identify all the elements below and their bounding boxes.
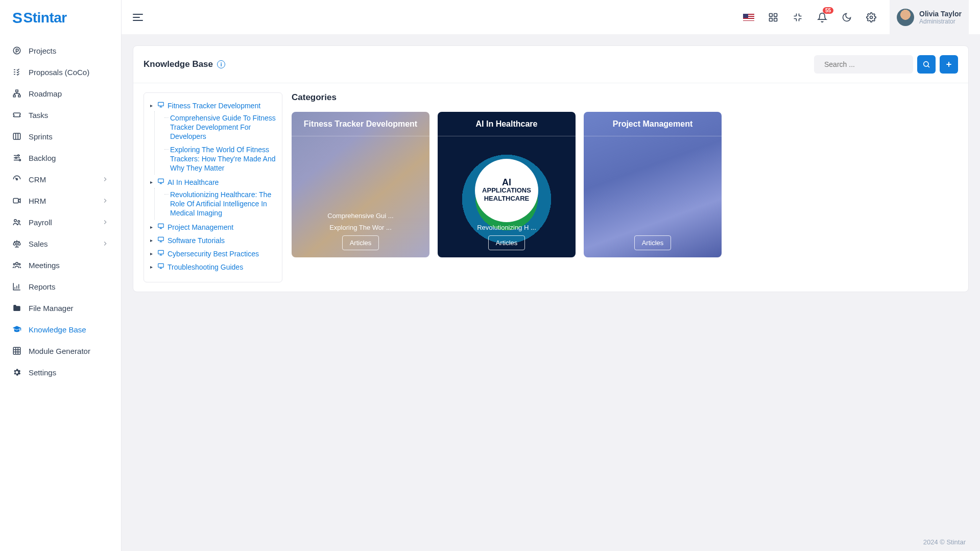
gear-icon: [12, 368, 21, 377]
tree-node-label[interactable]: Fitness Tracker Development: [168, 101, 260, 110]
category-card[interactable]: AI In HealthcareAIAPPLICATIONSHEALTHCARE…: [438, 112, 576, 257]
gauge-icon: [12, 175, 21, 184]
tree-toggle-icon[interactable]: ▸: [150, 249, 154, 258]
svg-point-5: [18, 155, 19, 156]
sidebar-item-sales[interactable]: Sales: [0, 233, 121, 254]
settings-icon[interactable]: [865, 11, 877, 23]
monitor-icon: [157, 178, 164, 185]
sidebar-item-meetings[interactable]: Meetings: [0, 254, 121, 276]
tree-article-link[interactable]: Exploring The World Of Fitness Trackers:…: [165, 143, 276, 175]
sitemap-icon: [12, 89, 21, 98]
add-button[interactable]: [940, 55, 958, 74]
kb-card: Knowledge Base i: [133, 45, 969, 292]
svg-rect-3: [18, 95, 20, 97]
ticket-icon: [12, 110, 21, 119]
svg-rect-23: [158, 102, 164, 106]
chart-icon: [12, 282, 21, 291]
search-button[interactable]: [917, 55, 936, 74]
chevron-right-icon: [102, 176, 109, 183]
category-card[interactable]: Project ManagementArticles: [584, 112, 722, 257]
svg-rect-27: [158, 250, 164, 254]
dark-mode-icon[interactable]: [841, 11, 853, 23]
sidebar-item-knowledge-base[interactable]: Knowledge Base: [0, 319, 121, 340]
svg-point-13: [13, 263, 15, 265]
sidebar-item-backlog[interactable]: Backlog: [0, 147, 121, 169]
svg-rect-16: [770, 13, 773, 16]
sidebar-item-reports[interactable]: Reports: [0, 276, 121, 297]
task-list-icon: [12, 67, 21, 77]
sidebar-item-label: Payroll: [29, 218, 102, 227]
tree-toggle-icon[interactable]: ▸: [150, 178, 154, 187]
video-icon: [12, 196, 21, 205]
sidebar-item-hrm[interactable]: HRM: [0, 190, 121, 211]
category-article-preview[interactable]: Comprehensive Gui ...: [327, 212, 393, 220]
tree-node-label[interactable]: Cybersecurity Best Practices: [168, 249, 259, 258]
sidebar-item-label: Knowledge Base: [29, 325, 109, 334]
sidebar-item-label: Projects: [29, 46, 109, 55]
sidebar-item-payroll[interactable]: Payroll: [0, 211, 121, 233]
sidebar-item-roadmap[interactable]: Roadmap: [0, 83, 121, 104]
tree-node-label[interactable]: Project Management: [168, 223, 233, 232]
svg-point-10: [14, 220, 17, 222]
user-menu[interactable]: Olivia Taylor Administrator: [890, 0, 969, 34]
tree-toggle-icon[interactable]: ▸: [150, 223, 154, 232]
people-icon: [12, 218, 21, 227]
articles-button[interactable]: Articles: [342, 235, 379, 250]
group-icon: [12, 260, 21, 270]
chevron-right-icon: [102, 219, 109, 226]
brand-logo[interactable]: SStintar: [0, 0, 121, 36]
tree-article-link[interactable]: Revolutionizing Healthcare: The Role Of …: [165, 188, 276, 220]
sidebar-item-label: Sprints: [29, 132, 109, 141]
tree-toggle-icon[interactable]: ▸: [150, 262, 154, 272]
monitor-icon: [157, 101, 164, 108]
sidebar-item-proposals-coco-[interactable]: Proposals (CoCo): [0, 61, 121, 83]
apps-grid-icon[interactable]: [767, 11, 779, 23]
footer-text: 2024 © Stintar: [122, 533, 980, 551]
notifications-icon[interactable]: 55: [816, 11, 828, 23]
tree-node-label[interactable]: Troubleshooting Guides: [168, 262, 243, 272]
search-input-wrap[interactable]: [814, 55, 913, 74]
sidebar-item-crm[interactable]: CRM: [0, 169, 121, 190]
sidebar-item-label: File Manager: [29, 304, 109, 313]
language-flag-icon[interactable]: [743, 11, 755, 23]
sidebar-item-tasks[interactable]: Tasks: [0, 104, 121, 126]
category-card[interactable]: Fitness Tracker DevelopmentComprehensive…: [292, 112, 429, 257]
sidebar-item-module-generator[interactable]: Module Generator: [0, 340, 121, 362]
top-header: 55 Olivia Taylor Administrator: [122, 0, 980, 34]
info-icon[interactable]: i: [217, 60, 225, 68]
category-article-preview[interactable]: Revolutionizing H ...: [477, 224, 536, 231]
sidebar-item-sprints[interactable]: Sprints: [0, 126, 121, 147]
category-title: Project Management: [584, 112, 722, 136]
folder-icon: [12, 303, 21, 313]
sidebar-item-label: Sales: [29, 239, 102, 248]
sidebar-item-label: Meetings: [29, 261, 109, 270]
tree-toggle-icon[interactable]: ▸: [150, 101, 154, 110]
chevron-right-icon: [102, 197, 109, 204]
sidebar-nav: ProjectsProposals (CoCo)RoadmapTasksSpri…: [0, 36, 121, 551]
chevron-right-icon: [102, 240, 109, 247]
svg-rect-2: [13, 95, 15, 97]
sidebar-item-label: Backlog: [29, 154, 109, 162]
category-article-preview[interactable]: Exploring The Wor ...: [329, 224, 392, 231]
articles-button[interactable]: Articles: [634, 235, 672, 250]
tree-article-link[interactable]: Comprehensive Guide To Fitness Tracker D…: [165, 111, 276, 143]
tree-node-label[interactable]: AI In Healthcare: [168, 178, 219, 187]
columns-icon: [12, 132, 21, 141]
p-circle-icon: [12, 46, 21, 55]
svg-point-0: [13, 47, 20, 54]
grad-cap-icon: [12, 325, 21, 334]
sidebar-item-projects[interactable]: Projects: [0, 40, 121, 61]
menu-toggle-icon[interactable]: [133, 14, 143, 21]
category-tree: ▸Fitness Tracker DevelopmentComprehensiv…: [144, 92, 282, 282]
sidebar-item-file-manager[interactable]: File Manager: [0, 297, 121, 319]
tree-node-label[interactable]: Software Tutorials: [168, 236, 225, 245]
search-input[interactable]: [824, 60, 914, 68]
tree-toggle-icon[interactable]: ▸: [150, 236, 154, 245]
fullscreen-exit-icon[interactable]: [792, 11, 804, 23]
sidebar-item-settings[interactable]: Settings: [0, 362, 121, 383]
scale-icon: [12, 239, 21, 248]
svg-rect-1: [16, 90, 18, 92]
svg-rect-15: [13, 347, 20, 354]
svg-rect-25: [158, 224, 164, 227]
articles-button[interactable]: Articles: [488, 235, 525, 250]
